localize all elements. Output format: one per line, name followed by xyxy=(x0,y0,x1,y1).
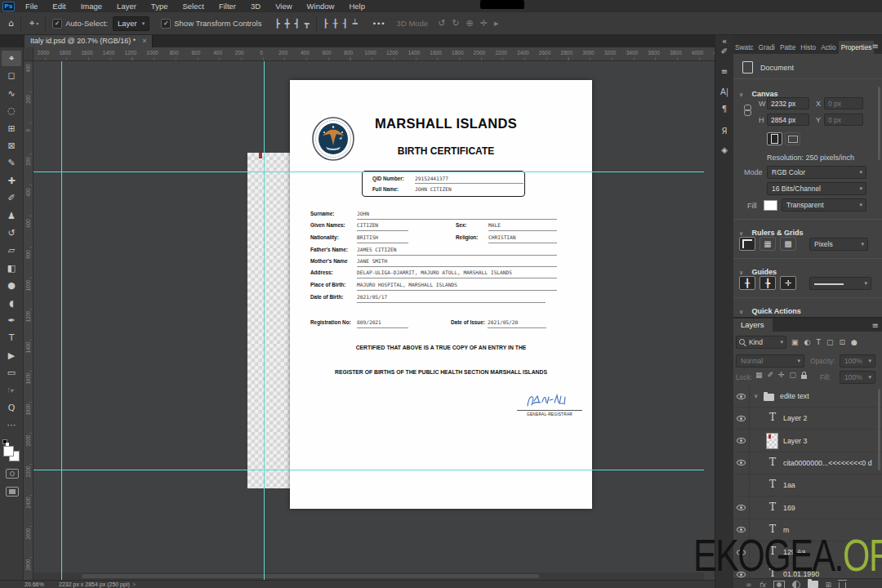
x-input[interactable]: 0 px xyxy=(824,97,863,109)
ruler-origin-corner[interactable] xyxy=(23,47,33,61)
auto-select-checkbox[interactable]: ✓ xyxy=(52,19,62,29)
layer-row[interactable]: Layer 3 xyxy=(733,430,882,452)
lock-all-icon[interactable] xyxy=(801,375,807,379)
layer-effects-icon[interactable]: fx xyxy=(760,581,766,588)
screen-mode-icon[interactable] xyxy=(6,487,19,497)
collapse-panels-icon[interactable]: « xyxy=(715,37,733,46)
eyedropper-tool[interactable]: ✎ xyxy=(2,155,21,171)
layer-row[interactable]: T169 xyxy=(733,497,882,519)
3d-roll-icon[interactable]: ↻ xyxy=(452,18,459,29)
align-right-icon[interactable]: ┫ xyxy=(294,19,299,28)
menu-item-filter[interactable]: Filter xyxy=(212,2,243,11)
link-layers-icon[interactable]: ∞ xyxy=(746,581,752,588)
status-options-arrow[interactable]: > xyxy=(132,581,136,587)
filter-shape-layers-icon[interactable]: ▢ xyxy=(826,338,834,346)
horizontal-guide[interactable] xyxy=(33,470,704,470)
layer-thumbnail[interactable] xyxy=(766,433,778,449)
auto-select-dropdown[interactable]: Layer ▾ xyxy=(113,16,149,31)
lock-paint-icon[interactable]: ✐ xyxy=(768,371,774,379)
history-brush-tool[interactable]: ↺ xyxy=(2,225,21,241)
layer-row[interactable]: TLayer 2 xyxy=(733,408,882,430)
menu-item-3d[interactable]: 3D xyxy=(243,2,268,11)
zoom-level[interactable]: 20.66% xyxy=(24,581,44,587)
color-mode-dropdown[interactable]: RGB Color▾ xyxy=(767,166,866,179)
panel-tab-actio[interactable]: Actio xyxy=(818,41,838,54)
filter-pin-icon[interactable]: ● xyxy=(851,338,858,346)
quick-mask-icon[interactable] xyxy=(6,469,19,479)
type-tool[interactable]: T xyxy=(2,330,21,345)
fill-swatch[interactable] xyxy=(764,200,777,211)
layer-row[interactable]: Tcita0000000...<<<<<<<<0 d xyxy=(733,452,882,474)
panel-tab-patte[interactable]: Patte xyxy=(777,41,798,54)
3d-camera-icon[interactable]: ▸ xyxy=(494,18,499,29)
blend-mode-dropdown[interactable]: Normal▾ xyxy=(736,354,804,368)
layers-scrollbar[interactable] xyxy=(878,389,880,470)
visibility-toggle[interactable] xyxy=(733,564,750,578)
visibility-toggle[interactable] xyxy=(733,497,750,519)
panel-tab-gradi[interactable]: Gradi xyxy=(756,41,777,54)
portrait-orientation-button[interactable] xyxy=(767,132,782,145)
bit-depth-dropdown[interactable]: 16 Bits/Channel▾ xyxy=(767,182,866,195)
adjustments-icon[interactable]: ≡ xyxy=(715,67,733,76)
align-left-icon[interactable]: ┣ xyxy=(274,19,279,28)
filter-pixel-layers-icon[interactable]: ▣ xyxy=(791,338,799,346)
document-tab[interactable]: Italy id.psd @ 20.7% (RGB/16) * × xyxy=(24,34,153,47)
filter-adjustment-layers-icon[interactable]: ◐ xyxy=(804,338,811,346)
move-tool[interactable]: ⌖ xyxy=(2,51,21,66)
menu-item-file[interactable]: File xyxy=(18,2,45,11)
properties-scrollbar[interactable] xyxy=(878,87,880,160)
opacity-input[interactable]: 100%▾ xyxy=(840,354,875,368)
lasso-tool[interactable]: ∿ xyxy=(2,86,21,101)
shape-tool[interactable]: ▭ xyxy=(2,365,21,381)
lock-transparent-icon[interactable]: ▦ xyxy=(755,371,763,379)
lock-guides-button[interactable]: ╊ xyxy=(760,276,776,290)
clone-stamp-tool[interactable]: ♟ xyxy=(2,208,21,224)
more-tools-icon[interactable]: ⋯ xyxy=(2,417,21,433)
panel-menu-icon[interactable]: ≡ xyxy=(872,42,879,51)
filter-type-layers-icon[interactable]: T xyxy=(816,338,821,346)
quick-actions-section-header[interactable]: ∨ Quick Actions xyxy=(733,302,882,317)
layer-row[interactable]: T01.01.1990 xyxy=(733,564,882,578)
add-mask-icon[interactable] xyxy=(773,581,785,588)
layer-filter-dropdown[interactable]: Kind ▾ xyxy=(736,336,786,349)
pen-tool[interactable]: ✒ xyxy=(2,313,21,328)
units-dropdown[interactable]: Pixels▾ xyxy=(809,238,868,251)
brush-tool[interactable]: ✐ xyxy=(2,190,21,206)
menu-item-layer[interactable]: Layer xyxy=(109,2,144,11)
menu-item-select[interactable]: Select xyxy=(175,2,211,11)
blur-tool[interactable]: ● xyxy=(2,278,21,293)
new-group-icon[interactable] xyxy=(808,581,818,588)
delete-layer-icon[interactable] xyxy=(839,582,846,588)
width-input[interactable]: 2232 px xyxy=(767,97,809,109)
guides-section-header[interactable]: ∨ Guides xyxy=(733,263,882,278)
vertical-guide[interactable] xyxy=(264,60,265,580)
align-center-icon[interactable]: ╋ xyxy=(284,19,289,28)
toggle-guides-button[interactable]: ╂ xyxy=(739,276,755,290)
layers-menu-icon[interactable]: ≡ xyxy=(872,321,879,330)
toggle-grid-button[interactable]: ▦ xyxy=(760,237,776,251)
layer-row[interactable]: T129 Aa xyxy=(733,541,882,564)
vertical-guide[interactable] xyxy=(61,60,62,580)
visibility-toggle[interactable] xyxy=(733,452,750,474)
gradient-tool[interactable]: ◧ xyxy=(2,261,21,276)
menu-item-image[interactable]: Image xyxy=(74,2,109,11)
home-icon[interactable]: ⌂ xyxy=(8,18,14,29)
healing-brush-tool[interactable]: ✚ xyxy=(2,173,21,189)
visibility-toggle[interactable] xyxy=(733,408,750,429)
menu-item-window[interactable]: Window xyxy=(300,2,342,11)
foreground-color-swatch[interactable] xyxy=(3,446,14,457)
guide-style-dropdown[interactable]: ▾ xyxy=(809,277,871,290)
visibility-toggle[interactable] xyxy=(733,430,750,452)
distribute-right-icon[interactable]: ┨ xyxy=(343,19,348,28)
path-selection-tool[interactable]: ▶ xyxy=(2,348,21,363)
vertical-ruler[interactable]: 4002000200400600800100012001400160018002… xyxy=(23,60,33,580)
align-top-icon[interactable]: ┳ xyxy=(305,19,310,28)
marquee-tool[interactable]: ◻ xyxy=(2,68,21,83)
y-input[interactable]: 0 px xyxy=(824,114,863,126)
horizontal-ruler[interactable]: 2000180016001400120010008006004002000200… xyxy=(23,47,715,61)
paragraph-panel-icon[interactable]: ¶ xyxy=(715,105,733,114)
crop-tool[interactable]: ⊞ xyxy=(2,121,21,136)
zoom-tool[interactable]: Q xyxy=(2,400,21,416)
clear-guides-button[interactable]: ✛ xyxy=(780,276,796,290)
visibility-toggle[interactable] xyxy=(733,541,750,563)
